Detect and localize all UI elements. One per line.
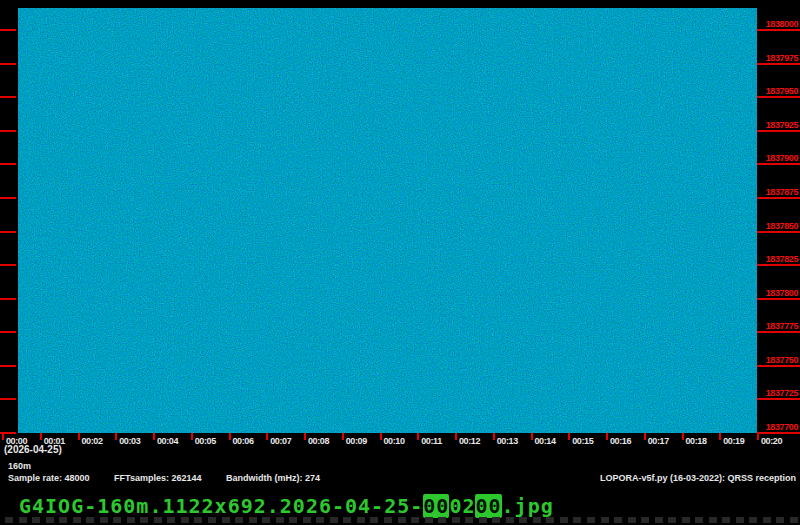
frequency-label: 1837800 (756, 288, 798, 298)
time-tick (719, 433, 721, 440)
filename-segment: G4IOG-160m.1122x692.2026-04-25- (19, 494, 423, 518)
sample-rate-label: Sample rate: 48000 (8, 473, 90, 483)
time-tick (115, 433, 117, 440)
bandwidth-label: Bandwidth (mHz): 274 (226, 473, 320, 483)
fft-samples-label: FFTsamples: 262144 (114, 473, 201, 483)
time-tick (78, 433, 80, 440)
placeholder-square (749, 517, 757, 523)
placeholder-square (425, 517, 433, 523)
time-label: 00:20 (761, 436, 782, 446)
placeholder-square (533, 517, 541, 523)
time-tick (153, 433, 155, 440)
frequency-label: 1837700 (756, 422, 798, 432)
time-tick (493, 433, 495, 440)
placeholder-square (790, 517, 798, 523)
time-tick (342, 433, 344, 440)
date-label: (2026-04-25) (4, 444, 62, 455)
frequency-tick-line (757, 163, 800, 165)
placeholder-square (343, 517, 351, 523)
frequency-label: 1837975 (756, 53, 798, 63)
placeholder-square (19, 517, 27, 523)
qrss-grabber-display: 1838000183797518379501837925183790018378… (0, 0, 800, 525)
frequency-tick-line (757, 331, 800, 333)
placeholder-square (46, 517, 54, 523)
frequency-tick-line (757, 231, 800, 233)
placeholder-square (181, 517, 189, 523)
time-label: 00:10 (384, 436, 405, 446)
time-label: 00:04 (157, 436, 178, 446)
time-tick (191, 433, 193, 440)
left-frequency-tick (0, 365, 16, 367)
left-frequency-tick (0, 298, 16, 300)
left-frequency-tick (0, 130, 16, 132)
left-frequency-tick (0, 264, 16, 266)
placeholder-square (682, 517, 690, 523)
placeholder-square (262, 517, 270, 523)
filename-segment: 02 (449, 494, 475, 518)
time-tick (568, 433, 570, 440)
software-version-label: LOPORA-v5f.py (16-03-2022): QRSS recepti… (600, 473, 796, 483)
time-label: 00:16 (610, 436, 631, 446)
placeholder-square (208, 517, 216, 523)
placeholder-square (709, 517, 717, 523)
frequency-label: 1837775 (756, 321, 798, 331)
time-tick (531, 433, 533, 440)
frequency-tick-line (757, 197, 800, 199)
placeholder-square (411, 517, 419, 523)
time-tick (40, 433, 42, 440)
placeholder-square (668, 517, 676, 523)
placeholder-square (357, 517, 365, 523)
placeholder-square (289, 517, 297, 523)
frequency-label: 1837850 (756, 221, 798, 231)
time-tick (644, 433, 646, 440)
placeholder-square (641, 517, 649, 523)
placeholder-square (722, 517, 730, 523)
placeholder-square (32, 517, 40, 523)
placeholder-square (614, 517, 622, 523)
left-frequency-tick (0, 63, 16, 65)
frequency-label: 1838000 (756, 19, 798, 29)
placeholder-square (479, 517, 487, 523)
placeholder-square (249, 517, 257, 523)
time-tick (757, 433, 759, 440)
filename-segment: 00 (475, 494, 501, 518)
time-tick (380, 433, 382, 440)
placeholder-square (127, 517, 135, 523)
time-tick (682, 433, 684, 440)
left-frequency-tick (0, 331, 16, 333)
stats-line: Sample rate: 48000 FFTsamples: 262144 Ba… (8, 473, 342, 483)
placeholder-square (736, 517, 744, 523)
placeholder-square (776, 517, 784, 523)
placeholder-square (59, 517, 67, 523)
band-label: 160m (8, 461, 31, 471)
frequency-label: 1837950 (756, 86, 798, 96)
spectrogram-noise (18, 8, 757, 433)
time-tick (229, 433, 231, 440)
left-frequency-tick (0, 96, 16, 98)
placeholder-square (316, 517, 324, 523)
time-label: 00:12 (459, 436, 480, 446)
left-frequency-tick (0, 29, 16, 31)
time-label: 00:18 (686, 436, 707, 446)
placeholder-square (194, 517, 202, 523)
placeholder-square (140, 517, 148, 523)
frequency-tick-line (757, 130, 800, 132)
time-tick (304, 433, 306, 440)
frequency-label: 1837750 (756, 355, 798, 365)
frequency-tick-line (757, 29, 800, 31)
placeholder-square (506, 517, 514, 523)
placeholder-square (452, 517, 460, 523)
placeholder-square (546, 517, 554, 523)
placeholder-square (398, 517, 406, 523)
time-label: 00:02 (82, 436, 103, 446)
time-label: 00:05 (195, 436, 216, 446)
placeholder-square (519, 517, 527, 523)
time-label: 00:09 (346, 436, 367, 446)
left-frequency-tick (0, 163, 16, 165)
left-frequency-tick (0, 398, 16, 400)
placeholder-square (601, 517, 609, 523)
placeholder-square (384, 517, 392, 523)
waterfall-spectrogram (18, 8, 757, 433)
placeholder-square (587, 517, 595, 523)
placeholder-square (100, 517, 108, 523)
